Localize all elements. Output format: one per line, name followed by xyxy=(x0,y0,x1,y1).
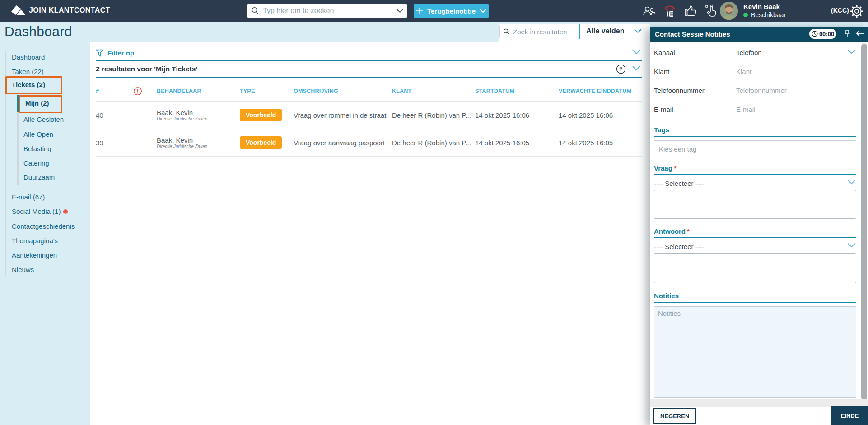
column-omschrijving[interactable]: OMSCHRIJVING xyxy=(294,88,392,94)
dialpad-phone-icon[interactable] xyxy=(662,3,677,18)
column-id[interactable]: # xyxy=(96,88,133,94)
chevron-down-icon[interactable] xyxy=(634,29,642,33)
terugbelnotitie-label: Terugbelnotitie xyxy=(427,7,476,15)
divider xyxy=(579,24,580,39)
startdatum-cell: 14 okt 2025 16:05 xyxy=(475,139,559,147)
chevron-down-icon xyxy=(480,9,486,13)
contacts-icon[interactable] xyxy=(641,3,657,18)
klant-placeholder: Klant xyxy=(736,68,856,75)
sidebar-item-email[interactable]: E-mail (67) xyxy=(12,193,45,201)
table-header: # BEHANDELAAR TYPE OMSCHRIJVING KLANT ST… xyxy=(96,81,642,102)
startdatum-cell: 14 okt 2025 16:06 xyxy=(475,111,559,119)
filter-op-link[interactable]: Filter op xyxy=(107,49,134,57)
user-status[interactable]: Beschikbaar xyxy=(743,11,786,18)
chevron-down-icon[interactable] xyxy=(397,9,403,13)
sidebar-item-nieuws[interactable]: Nieuws xyxy=(12,266,34,273)
sidebar-item-alle-open[interactable]: Alle Open xyxy=(23,130,53,138)
column-startdatum[interactable]: STARTDATUM xyxy=(475,88,559,94)
tickets-table: # BEHANDELAAR TYPE OMSCHRIJVING KLANT ST… xyxy=(96,81,642,157)
panel-footer: NEGEREN EINDE xyxy=(650,407,868,425)
column-verwachte-einddatum[interactable]: VERWACHTE EINDDATUM xyxy=(559,88,642,94)
timer-value: 00:00 xyxy=(819,31,834,37)
session-timer: 00:00 xyxy=(809,29,836,39)
gear-icon[interactable] xyxy=(849,4,864,19)
chevron-down-icon[interactable] xyxy=(632,50,640,55)
email-placeholder: E-mail xyxy=(736,106,856,113)
sidebar-item-themapaginas[interactable]: Themapagina's xyxy=(12,237,58,245)
chevron-down-icon[interactable] xyxy=(848,180,855,185)
notification-dot-icon xyxy=(63,209,68,214)
sidebar-item-mijn[interactable]: Mijn (2) xyxy=(25,99,49,107)
sidebar-item-tickets[interactable]: Tickets (2) xyxy=(12,81,45,88)
tags-input[interactable] xyxy=(654,140,856,157)
einddatum-cell: 14 okt 2025 16:05 xyxy=(559,139,642,147)
type-badge: Voorbeeld xyxy=(240,136,282,149)
sidebar-item-belasting[interactable]: Belasting xyxy=(23,145,51,152)
main-content: Filter op 2 resultaten voor 'Mijn Ticket… xyxy=(90,42,650,425)
telefoonnummer-placeholder: Telefoonnummer xyxy=(736,87,856,94)
email-field[interactable]: E-mail E-mail xyxy=(654,100,856,119)
funnel-icon[interactable] xyxy=(96,49,103,57)
app-logo-icon[interactable] xyxy=(10,4,27,18)
results-search-bar: Alle velden xyxy=(499,24,650,42)
alert-column-icon[interactable] xyxy=(133,87,157,96)
sidebar-item-social-media[interactable]: Social Media (1) xyxy=(12,208,68,215)
omschrijving-cell: Vraag over rommel in de straat xyxy=(294,111,392,119)
global-search[interactable] xyxy=(247,4,407,18)
global-search-input[interactable] xyxy=(262,6,397,15)
antwoord-textarea[interactable] xyxy=(654,253,856,283)
required-asterisk: * xyxy=(674,164,677,172)
kanaal-field[interactable]: Kanaal Telefoon xyxy=(654,43,856,62)
antwoord-select[interactable]: ---- Selecteer ---- xyxy=(654,240,856,253)
chevron-down-icon[interactable] xyxy=(848,50,855,54)
chevron-down-icon[interactable] xyxy=(632,66,640,71)
sidebar-item-aantekeningen[interactable]: Aantekeningen xyxy=(12,251,57,259)
vraag-textarea[interactable] xyxy=(654,190,856,219)
field-scope-select[interactable]: Alle velden xyxy=(586,27,624,35)
vraag-heading: Vraag* xyxy=(654,164,856,175)
pin-icon[interactable] xyxy=(844,30,851,38)
search-icon xyxy=(251,7,259,15)
behandelaar-afdeling: Directie Juridische Zaken xyxy=(157,116,240,122)
behandelaar-name: Baak, Kevin xyxy=(157,136,240,144)
clock-icon xyxy=(812,31,818,37)
thumbs-up-icon[interactable] xyxy=(683,3,698,18)
top-bar: JOIN KLANTCONTACT Terugbelnotitie xyxy=(0,0,868,22)
sidebar-item-alle-gesloten[interactable]: Alle Gesloten xyxy=(23,115,64,123)
telefoonnummer-field[interactable]: Telefoonnummer Telefoonnummer xyxy=(654,81,856,100)
terugbelnotitie-button[interactable]: Terugbelnotitie xyxy=(414,4,489,18)
klant-field[interactable]: Klant Klant xyxy=(654,62,856,81)
user-avatar[interactable] xyxy=(720,2,738,20)
vraag-select[interactable]: ---- Selecteer ---- xyxy=(654,176,856,190)
panel-scrollbar-thumb[interactable] xyxy=(861,44,867,399)
negeren-button[interactable]: NEGEREN xyxy=(653,408,696,424)
hand-click-icon[interactable] xyxy=(704,3,719,18)
sidebar-item-dashboard[interactable]: Dashboard xyxy=(12,53,45,61)
column-type[interactable]: TYPE xyxy=(240,88,294,94)
column-klant[interactable]: KLANT xyxy=(392,88,475,94)
contact-session-panel: Contact Sessie Notities 00:00 Kanaal Tel… xyxy=(650,27,868,425)
notities-textarea[interactable] xyxy=(654,306,856,398)
einde-button[interactable]: EINDE xyxy=(831,406,868,425)
table-row[interactable]: 40 Baak, Kevin Directie Juridische Zaken… xyxy=(96,102,642,129)
sidebar-item-taken[interactable]: Taken (22) xyxy=(12,68,44,75)
help-icon[interactable]: ? xyxy=(616,64,626,74)
sidebar-item-contactgeschiedenis[interactable]: Contactgeschiedenis xyxy=(12,222,75,230)
kanaal-value: Telefoon xyxy=(736,49,856,56)
column-behandelaar[interactable]: BEHANDELAAR xyxy=(157,88,240,94)
app-title: JOIN KLANTCONTACT xyxy=(29,6,110,14)
sidebar-item-catering[interactable]: Catering xyxy=(23,159,49,167)
panel-header: Contact Sessie Notities 00:00 xyxy=(650,27,868,42)
table-row[interactable]: 39 Baak, Kevin Directie Juridische Zaken… xyxy=(96,129,642,157)
status-label: Beschikbaar xyxy=(751,11,786,18)
results-search[interactable] xyxy=(499,25,579,38)
collapse-arrow-icon[interactable] xyxy=(856,30,865,37)
user-name[interactable]: Kevin Baak xyxy=(743,3,780,10)
results-search-input[interactable] xyxy=(512,28,575,36)
email-label: E-mail xyxy=(654,106,736,113)
chevron-down-icon[interactable] xyxy=(848,243,855,248)
behandelaar-name: Baak, Kevin xyxy=(157,109,240,116)
sidebar-item-duurzaam[interactable]: Duurzaam xyxy=(23,173,55,181)
klant-label: Klant xyxy=(654,68,736,75)
required-asterisk: * xyxy=(687,227,690,235)
